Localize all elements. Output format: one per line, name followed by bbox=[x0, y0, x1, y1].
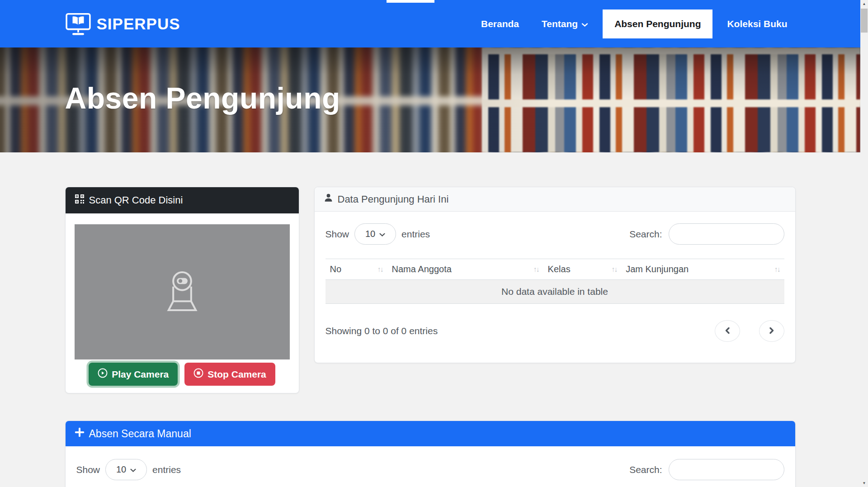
entries-label: entries bbox=[401, 229, 430, 240]
page-title: Absen Pengunjung bbox=[65, 81, 340, 115]
nav-item-tentang-label: Tentang bbox=[542, 19, 578, 29]
webcam-icon bbox=[159, 270, 206, 314]
chevron-right-icon bbox=[769, 327, 774, 336]
manual-search-input[interactable] bbox=[669, 459, 784, 480]
select-chevron-icon bbox=[130, 464, 136, 475]
monitor-book-icon bbox=[65, 13, 91, 35]
pagination-next-button[interactable] bbox=[759, 320, 784, 342]
main-nav: Beranda Tentang Absen Pengunjung Koleksi… bbox=[473, 9, 796, 38]
stop-circle-icon bbox=[193, 368, 203, 380]
search-label: Search: bbox=[629, 464, 662, 475]
nav-item-tentang[interactable]: Tentang bbox=[533, 9, 596, 38]
play-circle-icon bbox=[98, 368, 108, 380]
plus-icon bbox=[75, 427, 85, 440]
person-icon bbox=[324, 193, 333, 205]
select-chevron-icon bbox=[379, 229, 385, 239]
manual-card-header[interactable]: Absen Secara Manual bbox=[66, 421, 795, 446]
page-length-control: Show 10 entries bbox=[326, 223, 430, 245]
sort-icon: ↑↓ bbox=[377, 265, 383, 274]
nav-item-absen-pengunjung[interactable]: Absen Pengunjung bbox=[603, 9, 712, 38]
visitor-card-header: Data Pengunjung Hari Ini bbox=[315, 187, 795, 212]
main-content: Scan QR Code Disini bbox=[65, 152, 796, 487]
page-length-value: 10 bbox=[365, 229, 375, 239]
hero-banner: Absen Pengunjung bbox=[0, 47, 860, 152]
column-header-nama-anggota[interactable]: Nama Anggota↑↓ bbox=[387, 259, 543, 280]
qr-card-title: Scan QR Code Disini bbox=[89, 194, 183, 206]
column-header-no[interactable]: No↑↓ bbox=[326, 259, 387, 280]
search-input[interactable] bbox=[669, 223, 784, 245]
show-label: Show bbox=[326, 229, 349, 240]
chevron-down-icon bbox=[581, 19, 588, 29]
table-header-row: No↑↓ Nama Anggota↑↓ Kelas↑↓ Jam Kunjunga… bbox=[326, 259, 784, 280]
camera-preview bbox=[75, 224, 290, 359]
pagination-prev-button[interactable] bbox=[715, 320, 740, 342]
nav-item-koleksi-buku[interactable]: Koleksi Buku bbox=[719, 9, 795, 38]
pagination bbox=[715, 320, 784, 342]
empty-table-message: No data available in table bbox=[326, 280, 784, 304]
column-header-kelas[interactable]: Kelas↑↓ bbox=[543, 259, 622, 280]
manual-page-length-select[interactable]: 10 bbox=[105, 459, 147, 480]
play-camera-label: Play Camera bbox=[112, 369, 169, 380]
scrollbar[interactable]: ▲ ▼ bbox=[860, 0, 868, 487]
stop-camera-label: Stop Camera bbox=[208, 369, 266, 380]
brand-logo[interactable]: SIPERPUS bbox=[65, 13, 180, 35]
manual-card-title: Absen Secara Manual bbox=[89, 428, 191, 440]
search-label: Search: bbox=[629, 229, 662, 240]
scroll-up-button[interactable]: ▲ bbox=[860, 0, 868, 8]
qr-scan-card: Scan QR Code Disini bbox=[65, 187, 299, 393]
search-control: Search: bbox=[629, 223, 784, 245]
stop-camera-button[interactable]: Stop Camera bbox=[184, 363, 275, 386]
visitor-data-card: Data Pengunjung Hari Ini Show 10 bbox=[314, 187, 796, 363]
visitor-card-title: Data Pengunjung Hari Ini bbox=[338, 194, 449, 205]
play-camera-button[interactable]: Play Camera bbox=[89, 363, 178, 386]
chevron-left-icon bbox=[725, 327, 730, 336]
entries-label: entries bbox=[152, 464, 181, 475]
sort-icon: ↑↓ bbox=[774, 265, 780, 274]
qr-code-icon bbox=[75, 194, 85, 207]
page-length-select[interactable]: 10 bbox=[354, 223, 396, 245]
manual-absen-card: Absen Secara Manual Show 10 entries bbox=[65, 421, 796, 487]
navbar: SIPERPUS Beranda Tentang Absen Pengunjun… bbox=[0, 0, 860, 47]
top-notch bbox=[387, 0, 434, 3]
sort-icon: ↑↓ bbox=[611, 265, 617, 274]
qr-card-header: Scan QR Code Disini bbox=[66, 187, 299, 213]
brand-name: SIPERPUS bbox=[97, 15, 180, 33]
scroll-down-button[interactable]: ▼ bbox=[860, 479, 868, 487]
page-length-value: 10 bbox=[116, 464, 126, 475]
visitor-table: No↑↓ Nama Anggota↑↓ Kelas↑↓ Jam Kunjunga… bbox=[326, 259, 784, 304]
scrollbar-thumb[interactable] bbox=[861, 9, 868, 33]
empty-table-row: No data available in table bbox=[326, 280, 784, 304]
nav-item-beranda[interactable]: Beranda bbox=[473, 9, 527, 38]
page: SIPERPUS Beranda Tentang Absen Pengunjun… bbox=[0, 0, 860, 487]
table-info-text: Showing 0 to 0 of 0 entries bbox=[326, 326, 438, 336]
sort-icon: ↑↓ bbox=[533, 265, 539, 274]
manual-search-control: Search: bbox=[629, 459, 784, 480]
manual-page-length-control: Show 10 entries bbox=[76, 459, 181, 480]
show-label: Show bbox=[76, 464, 100, 475]
column-header-jam-kunjungan[interactable]: Jam Kunjungan↑↓ bbox=[621, 259, 784, 280]
